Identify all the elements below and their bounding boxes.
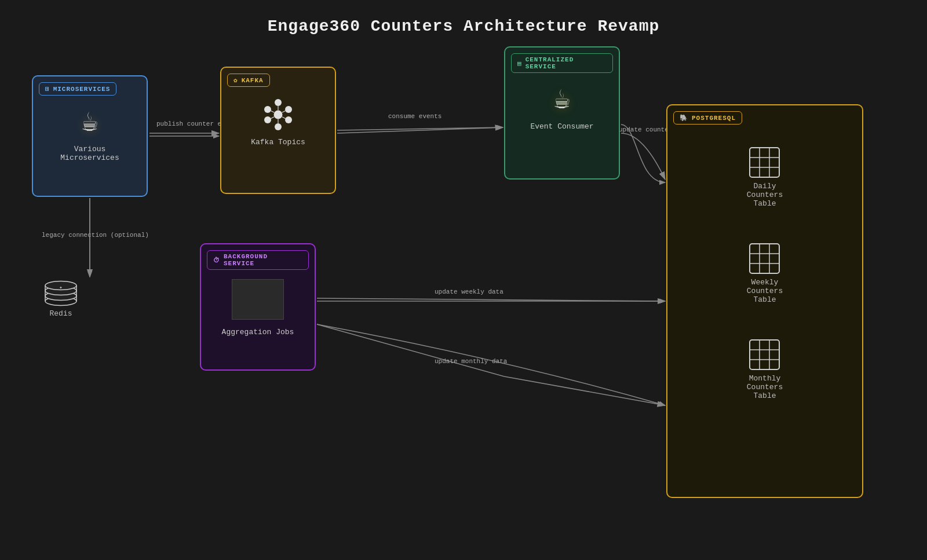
kafka-header: ✿ KAFKA xyxy=(227,74,270,87)
svg-point-6 xyxy=(275,123,282,130)
microservices-header: ⊞ MICROSERVICES xyxy=(39,82,116,96)
monthly-table-label: MonthlyCountersTable xyxy=(747,374,783,400)
background-header-label: BACKGROUND SERVICE xyxy=(224,253,302,267)
daily-table-icon xyxy=(749,147,780,178)
background-body-label: Aggregation Jobs xyxy=(222,328,294,336)
redis-icon: ✦ xyxy=(43,278,78,307)
monthly-table-icon xyxy=(749,339,780,371)
svg-line-42 xyxy=(317,298,665,301)
weekly-table-icon xyxy=(749,243,780,274)
postgresql-header: 🐘 POSTGRESQL xyxy=(673,111,742,125)
svg-point-10 xyxy=(285,116,292,123)
aggregation-job-visual xyxy=(232,279,284,320)
svg-line-41 xyxy=(337,127,503,130)
weekly-table-label: WeeklyCountersTable xyxy=(747,278,783,304)
postgresql-box: 🐘 POSTGRESQL DailyCountersTable xyxy=(666,104,863,498)
page-title: Engage360 Counters Architecture Revamp xyxy=(0,0,927,35)
kafka-body-label: Kafka Topics xyxy=(251,138,305,147)
microservices-header-label: MICROSERVICES xyxy=(53,86,111,93)
kafka-nodes-icon xyxy=(261,97,295,132)
svg-line-16 xyxy=(282,117,286,119)
update-monthly-label: update monthly data xyxy=(435,358,507,365)
svg-point-4 xyxy=(274,111,283,119)
svg-point-5 xyxy=(275,99,282,106)
centralized-body-label: Event Consumer xyxy=(530,122,593,131)
postgresql-icon: 🐘 xyxy=(680,114,688,122)
redis-label: Redis xyxy=(49,309,72,318)
diagram-container: Engage360 Counters Architecture Revamp p… xyxy=(0,0,927,560)
kafka-box: ✿ KAFKA Kafka Topics xyxy=(220,67,336,194)
svg-rect-24 xyxy=(750,148,779,177)
clock-icon: ⏱ xyxy=(213,257,220,264)
svg-rect-34 xyxy=(750,340,779,369)
svg-point-7 xyxy=(264,106,271,113)
centralized-box: ▤ CENTRALIZED SERVICE ☕ Event Consumer xyxy=(504,46,620,180)
weekly-table-group: WeeklyCountersTable xyxy=(747,243,783,304)
background-service-box: ⏱ BACKGROUND SERVICE Aggregation Jobs xyxy=(200,243,316,371)
update-weekly-label: update weekly data xyxy=(435,288,503,295)
java-icon: ☕ xyxy=(82,105,98,139)
layers-icon: ⊞ xyxy=(45,85,50,93)
centralized-java-icon: ☕ xyxy=(554,82,571,116)
svg-line-14 xyxy=(282,111,286,112)
svg-rect-29 xyxy=(750,244,779,273)
daily-table-group: DailyCountersTable xyxy=(747,147,783,208)
redis-component: ✦ Redis xyxy=(43,278,78,318)
daily-table-label: DailyCountersTable xyxy=(747,182,783,208)
kafka-icon-small: ✿ xyxy=(233,76,238,84)
consume-label: consume events xyxy=(388,113,441,120)
svg-point-8 xyxy=(285,106,292,113)
svg-line-13 xyxy=(271,111,274,112)
centralized-header-label: CENTRALIZED SERVICE xyxy=(525,56,607,70)
svg-line-2 xyxy=(337,127,503,133)
svg-line-15 xyxy=(271,117,274,119)
server-icon: ▤ xyxy=(517,60,522,67)
monthly-table-group: MonthlyCountersTable xyxy=(747,339,783,400)
background-header: ⏱ BACKGROUND SERVICE xyxy=(207,250,309,270)
microservices-box: ⊞ MICROSERVICES ☕ VariousMicroservices xyxy=(32,75,148,197)
legacy-label: legacy connection (optional) xyxy=(42,232,149,239)
kafka-header-label: KAFKA xyxy=(242,77,264,84)
svg-text:✦: ✦ xyxy=(59,285,63,291)
postgresql-header-label: POSTGRESQL xyxy=(692,115,736,122)
svg-point-9 xyxy=(264,116,271,123)
microservices-body-label: VariousMicroservices xyxy=(60,145,119,162)
centralized-header: ▤ CENTRALIZED SERVICE xyxy=(511,53,613,73)
